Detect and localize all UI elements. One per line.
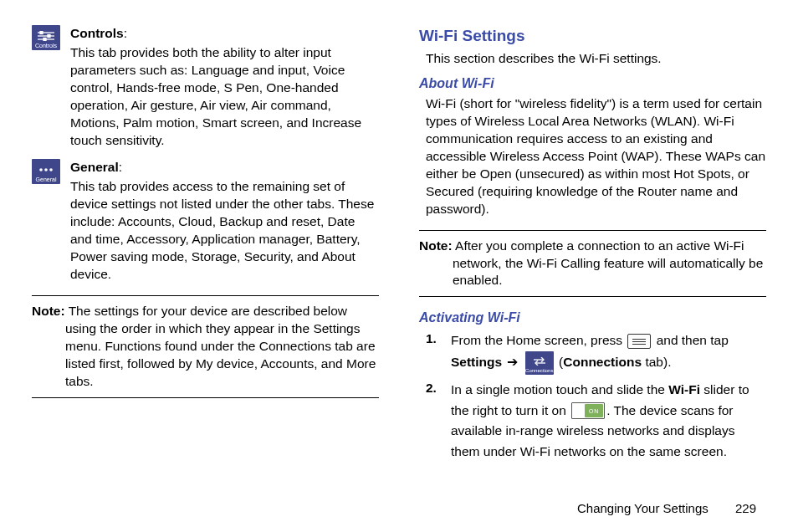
divider [419, 230, 766, 231]
settings-label: Settings [451, 355, 502, 369]
wifi-settings-heading: Wi-Fi Settings [419, 25, 766, 47]
general-colon: : [119, 160, 122, 174]
general-title: General [70, 160, 119, 174]
step-2: 2. In a single motion touch and slide th… [426, 380, 766, 463]
step-1: 1. From the Home screen, press and then … [426, 330, 766, 375]
step-number: 2. [426, 380, 441, 463]
note-text: After you complete a connection to an ac… [453, 238, 764, 288]
activating-steps: 1. From the Home screen, press and then … [426, 330, 766, 463]
controls-description: This tab provides both the ability to al… [70, 44, 379, 150]
svg-point-6 [39, 168, 43, 171]
note-label: Note: [32, 304, 65, 318]
connections-tab-icon: Connections [525, 351, 554, 375]
connections-icon-label: Connections [525, 368, 553, 373]
wifi-intro: This section describes the Wi-Fi setting… [426, 50, 766, 68]
controls-icon-label: Controls [35, 43, 57, 49]
svg-rect-3 [48, 34, 50, 37]
general-tab-body: General: This tab provides access to the… [70, 159, 379, 283]
right-column: Wi-Fi Settings This section describes th… [419, 25, 766, 468]
dots-icon [32, 163, 60, 177]
note-left: Note: The settings for your device are d… [32, 303, 379, 391]
controls-tab-body: Controls: This tab provides both the abi… [70, 25, 379, 149]
general-tab-icon: General [32, 159, 60, 184]
svg-point-8 [49, 168, 53, 171]
left-column: Controls Controls: This tab provides bot… [32, 25, 379, 468]
general-description: This tab provides access to the remainin… [70, 178, 379, 284]
footer-chapter: Changing Your Settings [577, 501, 708, 515]
controls-title: Controls [70, 26, 124, 40]
note-label: Note: [419, 238, 453, 253]
about-wifi-paragraph: Wi-Fi (short for "wireless fidelity") is… [426, 95, 766, 217]
arrow-icon: ➔ [507, 355, 518, 369]
note-text: The settings for your device are describ… [65, 304, 376, 388]
step-1-body: From the Home screen, press and then tap… [451, 330, 766, 375]
activating-wifi-heading: Activating Wi-Fi [419, 309, 766, 327]
svg-rect-1 [40, 31, 43, 33]
page-footer: Changing Your Settings 229 [577, 500, 756, 517]
note-right: Note: After you complete a connection to… [419, 238, 766, 290]
controls-colon: : [124, 26, 127, 40]
controls-tab-section: Controls Controls: This tab provides bot… [32, 25, 379, 149]
connections-bold: Connections [563, 355, 642, 369]
connections-icon [533, 355, 546, 368]
divider [32, 397, 379, 398]
step-2-body: In a single motion touch and slide the W… [451, 380, 766, 463]
controls-tab-icon: Controls [32, 25, 60, 50]
general-icon-label: General [36, 176, 57, 182]
toggle-label: ON [585, 404, 603, 417]
general-tab-section: General General: This tab provides acces… [32, 159, 379, 283]
menu-key-icon [627, 334, 651, 349]
svg-point-7 [44, 168, 48, 171]
svg-rect-5 [43, 38, 46, 40]
divider [419, 296, 766, 297]
wifi-bold: Wi-Fi [668, 382, 700, 396]
divider [32, 295, 379, 296]
about-wifi-heading: About Wi-Fi [419, 74, 766, 93]
toggle-on-icon: ON [571, 402, 605, 419]
sliders-icon [32, 28, 60, 43]
step-number: 1. [426, 330, 441, 375]
footer-page-number: 229 [735, 501, 756, 515]
